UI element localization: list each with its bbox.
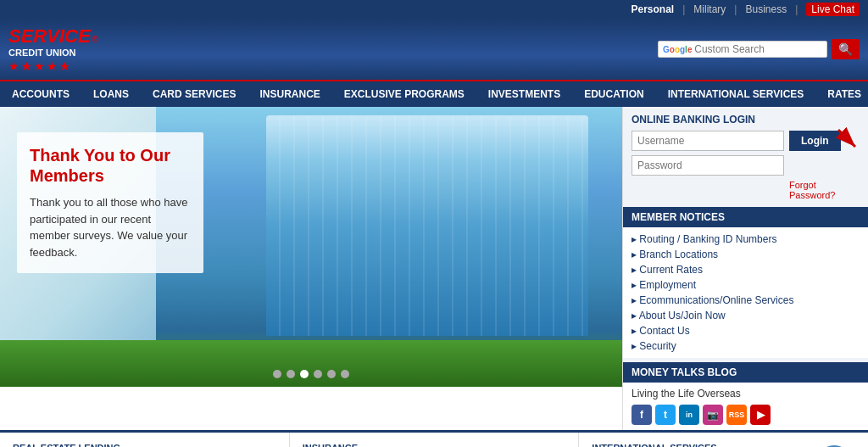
live-chat-link[interactable]: Live Chat	[806, 3, 860, 16]
military-link[interactable]: Military	[693, 3, 726, 15]
arrow-indicator	[813, 126, 864, 164]
business-link[interactable]: Business	[745, 3, 787, 15]
hero-section: Thank You to Our Members Thank you to al…	[0, 107, 622, 387]
svg-line-0	[838, 130, 855, 147]
promo-real-estate-tag: REAL ESTATE LENDING	[13, 443, 225, 447]
divider2: |	[734, 3, 737, 15]
search-input[interactable]	[694, 43, 796, 55]
top-bar: Personal | Military | Business | Live Ch…	[0, 0, 868, 19]
nav-loans[interactable]: LOANS	[81, 81, 141, 107]
dot-3[interactable]	[300, 370, 309, 378]
notice-contact[interactable]: Contact Us	[632, 323, 860, 338]
notices-section: MEMBER NOTICES Routing / Banking ID Numb…	[623, 207, 868, 358]
nav-exclusive-programs[interactable]: EXCLUSIVE PROGRAMS	[332, 81, 476, 107]
instagram-icon[interactable]: 📷	[703, 405, 723, 425]
facebook-icon[interactable]: f	[632, 405, 652, 425]
notice-security[interactable]: Security	[632, 338, 860, 354]
search-box-wrap: Google	[658, 41, 827, 58]
promo-real-estate-text: REAL ESTATE LENDING Rate Watcher Get up-…	[13, 443, 225, 447]
nav-investments[interactable]: INVESTMENTS	[476, 81, 572, 107]
promo-insurance-tag: INSURANCE	[303, 443, 515, 447]
divider1: |	[682, 3, 685, 15]
logo-service-text: SERVICE	[8, 25, 91, 47]
dot-5[interactable]	[327, 370, 336, 378]
hero-title: Thank You to Our Members	[30, 145, 191, 186]
notices-list: Routing / Banking ID Numbers Branch Loca…	[623, 227, 868, 358]
promo-insurance-icon: 🏠	[523, 443, 565, 447]
site-header: SERVICE ® CREDIT UNION ★★★★★ Google 🔍	[0, 19, 868, 80]
logo-stars: ★★★★★	[8, 59, 98, 73]
password-row	[632, 155, 860, 176]
search-area: Google 🔍	[658, 39, 860, 59]
ground	[0, 340, 622, 387]
twitter-icon[interactable]: t	[655, 405, 676, 425]
forgot-row: Forgot Password?	[632, 180, 860, 200]
logo-registered: ®	[92, 35, 98, 44]
nav-insurance[interactable]: INSURANCE	[248, 81, 331, 107]
promo-real-estate-icon	[234, 443, 276, 447]
google-label: Google	[663, 45, 694, 54]
login-section-title: ONLINE BANKING LOGIN	[632, 114, 860, 126]
nav-rates[interactable]: RATES	[815, 81, 868, 107]
password-input[interactable]	[632, 155, 784, 176]
nav-accounts[interactable]: ACCOUNTS	[0, 81, 81, 107]
content-area: Thank You to Our Members Thank you to al…	[0, 107, 868, 430]
personal-link[interactable]: Personal	[632, 3, 675, 15]
hero-text-box: Thank You to Our Members Thank you to al…	[17, 132, 203, 273]
notice-branches[interactable]: Branch Locations	[632, 247, 860, 262]
blog-header: MONEY TALKS BLOG	[623, 362, 868, 383]
promo-row: REAL ESTATE LENDING Rate Watcher Get up-…	[0, 430, 868, 447]
notice-routing[interactable]: Routing / Banking ID Numbers	[632, 232, 860, 247]
hero-body: Thank you to all those who have particip…	[30, 194, 191, 260]
promo-insurance-text: INSURANCE Get a FREE quote and protect y…	[303, 443, 515, 447]
dot-6[interactable]	[341, 370, 349, 378]
dot-1[interactable]	[273, 370, 281, 378]
building-windows	[266, 115, 588, 336]
notice-rates[interactable]: Current Rates	[632, 262, 860, 277]
promo-international: INTERNATIONAL SERVICES Need to Pay Inter…	[579, 433, 868, 447]
notice-employment[interactable]: Employment	[632, 277, 860, 293]
blog-content: Living the Life Overseas f t in 📷 RSS ▶	[623, 383, 868, 430]
youtube-icon[interactable]: ▶	[750, 405, 771, 425]
notices-header: MEMBER NOTICES	[623, 207, 868, 227]
blog-section: MONEY TALKS BLOG Living the Life Oversea…	[623, 362, 868, 430]
dot-2[interactable]	[287, 370, 295, 378]
rss-icon[interactable]: RSS	[726, 405, 747, 425]
promo-international-tag: INTERNATIONAL SERVICES	[592, 443, 804, 447]
promo-insurance: INSURANCE Get a FREE quote and protect y…	[290, 433, 580, 447]
slider-dots	[273, 370, 349, 378]
nav-international-services[interactable]: INTERNATIONAL SERVICES	[656, 81, 816, 107]
dot-4[interactable]	[314, 370, 322, 378]
promo-international-icon: 🌍	[813, 443, 855, 447]
forgot-password-link[interactable]: Forgot Password?	[789, 180, 860, 200]
divider3: |	[795, 3, 798, 15]
logo-text: SERVICE ®	[8, 25, 98, 47]
login-form: Login Forgot Password?	[632, 131, 860, 200]
blog-post-title: Living the Life Overseas	[632, 388, 860, 400]
logo-cu-text: CREDIT UNION	[8, 47, 98, 58]
notice-about[interactable]: About Us/Join Now	[632, 308, 860, 323]
logo-area: SERVICE ® CREDIT UNION ★★★★★	[8, 25, 98, 73]
promo-international-text: INTERNATIONAL SERVICES Need to Pay Inter…	[592, 443, 804, 447]
nav-card-services[interactable]: CARD SERVICES	[141, 81, 248, 107]
notice-ecommunications[interactable]: Ecommunications/Online Services	[632, 293, 860, 308]
login-section: ONLINE BANKING LOGIN Login	[623, 107, 868, 207]
social-icons: f t in 📷 RSS ▶	[632, 405, 860, 425]
sidebar: ONLINE BANKING LOGIN Login	[622, 107, 868, 430]
linkedin-icon[interactable]: in	[679, 405, 699, 425]
username-input[interactable]	[632, 131, 784, 151]
promo-real-estate: REAL ESTATE LENDING Rate Watcher Get up-…	[0, 433, 290, 447]
search-button[interactable]: 🔍	[832, 39, 860, 59]
nav-education[interactable]: EDUCATION	[572, 81, 655, 107]
main-navigation: ACCOUNTS LOANS CARD SERVICES INSURANCE E…	[0, 80, 868, 107]
